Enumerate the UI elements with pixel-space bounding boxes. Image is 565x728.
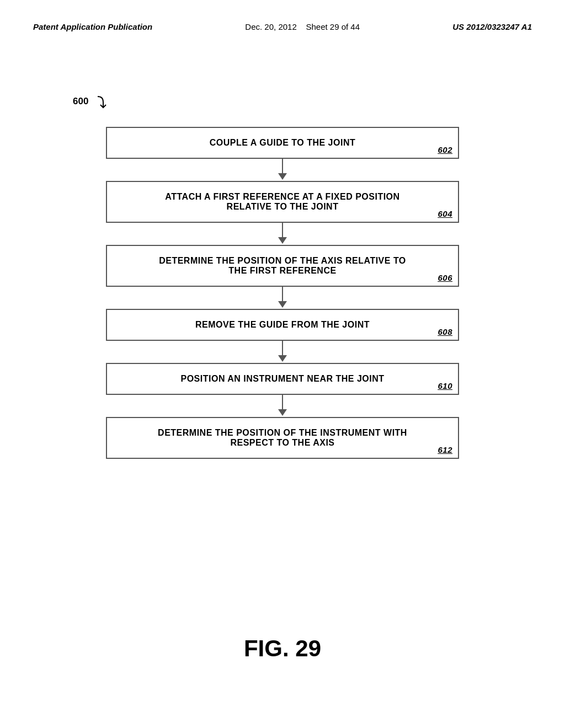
box-612-text-line1: DETERMINE THE POSITION OF THE INSTRUMENT… xyxy=(118,428,447,438)
box-606-number: 606 xyxy=(438,273,452,282)
header-center: Dec. 20, 2012 Sheet 29 of 44 xyxy=(245,22,360,31)
box-612-number: 612 xyxy=(438,445,452,454)
box-604-number: 604 xyxy=(438,209,452,218)
box-608-number: 608 xyxy=(438,327,452,336)
flow-diagram: 600 COUPLE A GUIDE TO THE JOINT 602 ATTA… xyxy=(106,94,459,459)
page-header: Patent Application Publication Dec. 20, … xyxy=(0,0,565,31)
header-left: Patent Application Publication xyxy=(33,22,152,31)
box-610-text: POSITION AN INSTRUMENT NEAR THE JOINT xyxy=(118,374,447,384)
flow-box-612: DETERMINE THE POSITION OF THE INSTRUMENT… xyxy=(106,417,459,459)
header-right: US 2012/0323247 A1 xyxy=(452,22,532,31)
box-612-text-line2: RESPECT TO THE AXIS xyxy=(118,438,447,448)
box-610-number: 610 xyxy=(438,381,452,390)
box-602-number: 602 xyxy=(438,145,452,154)
flow-box-608: REMOVE THE GUIDE FROM THE JOINT 608 xyxy=(106,309,459,341)
arrow-606-608 xyxy=(106,287,459,309)
box-608-text: REMOVE THE GUIDE FROM THE JOINT xyxy=(118,320,447,330)
figure-caption: FIG. 29 xyxy=(244,635,321,662)
flow-box-606: DETERMINE THE POSITION OF THE AXIS RELAT… xyxy=(106,245,459,287)
header-sheet: Sheet 29 of 44 xyxy=(306,22,360,31)
flow-box-604: ATTACH A FIRST REFERENCE AT A FIXED POSI… xyxy=(106,181,459,223)
box-606-text-line1: DETERMINE THE POSITION OF THE AXIS RELAT… xyxy=(118,256,447,266)
arrow-608-610 xyxy=(106,341,459,363)
box-604-text-line1: ATTACH A FIRST REFERENCE AT A FIXED POSI… xyxy=(118,192,447,202)
box-604-text-line2: RELATIVE TO THE JOINT xyxy=(118,202,447,212)
flow-box-602: COUPLE A GUIDE TO THE JOINT 602 xyxy=(106,127,459,159)
box-602-text: COUPLE A GUIDE TO THE JOINT xyxy=(118,138,447,148)
flow-label-600: 600 xyxy=(73,94,109,110)
arrow-602-604 xyxy=(106,159,459,181)
flow-box-610: POSITION AN INSTRUMENT NEAR THE JOINT 61… xyxy=(106,363,459,395)
arrow-610-612 xyxy=(106,395,459,417)
header-date: Dec. 20, 2012 xyxy=(245,22,296,31)
arrow-604-606 xyxy=(106,223,459,245)
box-606-text-line2: THE FIRST REFERENCE xyxy=(118,266,447,276)
